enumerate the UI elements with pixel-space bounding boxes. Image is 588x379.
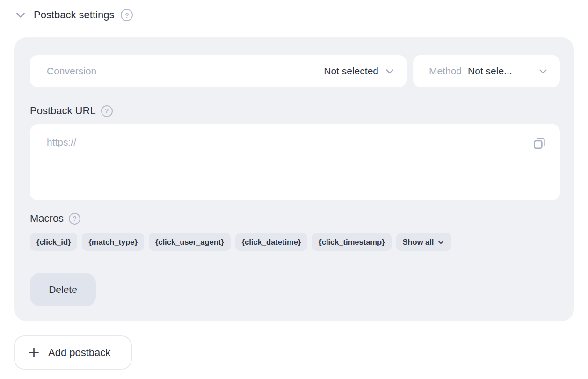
chevron-down-icon	[537, 66, 549, 77]
delete-button[interactable]: Delete	[30, 273, 96, 306]
postback-url-label-row: Postback URL ?	[30, 104, 560, 118]
macro-chip[interactable]: {click_timestamp}	[312, 233, 391, 251]
plus-icon	[28, 346, 40, 359]
method-value: Not sele...	[468, 66, 512, 77]
show-all-button[interactable]: Show all	[396, 233, 452, 251]
postback-url-field-wrap	[30, 124, 560, 202]
postback-settings-header: Postback settings ?	[14, 8, 588, 22]
postback-url-label: Postback URL	[30, 105, 96, 117]
help-icon[interactable]: ?	[121, 9, 133, 21]
macros-chip-list: {click_id}{match_type}{click_user_agent}…	[30, 233, 560, 251]
show-all-label: Show all	[403, 238, 434, 247]
chevron-down-icon	[384, 66, 395, 77]
macro-chip[interactable]: {click_datetime}	[235, 233, 308, 251]
method-label: Method	[429, 66, 462, 77]
add-postback-button[interactable]: Add postback	[14, 335, 132, 370]
macro-chip[interactable]: {click_id}	[30, 233, 77, 251]
chevron-down-icon	[437, 238, 445, 246]
page-title: Postback settings	[34, 9, 114, 21]
macros-label: Macros	[30, 212, 64, 225]
macro-chip[interactable]: {click_user_agent}	[149, 233, 231, 251]
postback-card: Conversion Not selected Method Not sele.…	[14, 37, 574, 321]
help-icon[interactable]: ?	[101, 105, 113, 117]
add-postback-label: Add postback	[48, 347, 110, 359]
method-select[interactable]: Method Not sele...	[413, 55, 560, 87]
conversion-value: Not selected	[324, 66, 378, 77]
conversion-select[interactable]: Conversion Not selected	[30, 55, 407, 87]
macro-chip[interactable]: {match_type}	[82, 233, 144, 251]
help-icon[interactable]: ?	[69, 213, 80, 225]
conversion-label: Conversion	[47, 66, 96, 77]
macros-label-row: Macros ?	[30, 211, 560, 226]
copy-button[interactable]	[531, 135, 548, 152]
copy-icon	[532, 136, 547, 151]
chevron-down-icon	[15, 9, 27, 21]
selects-row: Conversion Not selected Method Not sele.…	[30, 55, 560, 87]
collapse-section-button[interactable]	[14, 8, 27, 22]
postback-url-input[interactable]	[30, 124, 560, 200]
